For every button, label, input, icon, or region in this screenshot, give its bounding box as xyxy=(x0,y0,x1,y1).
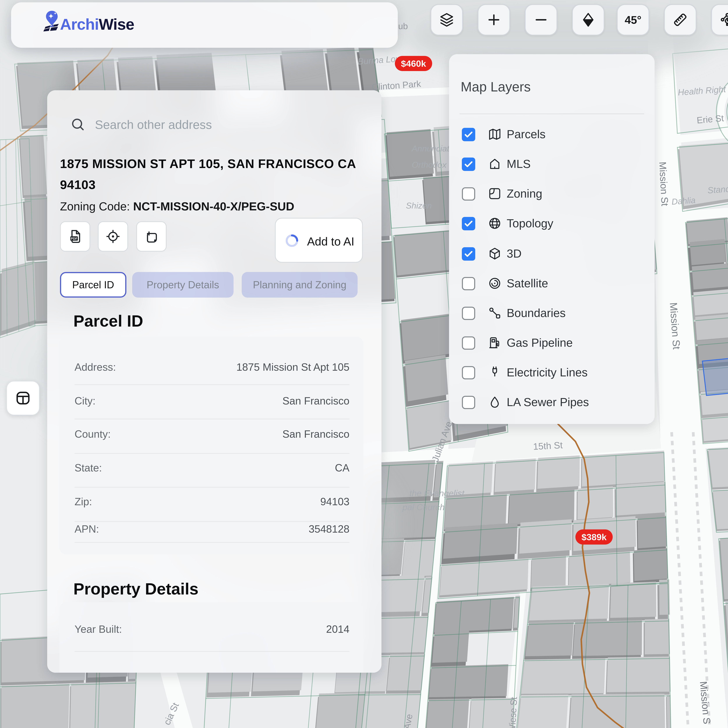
svg-text:$389k: $389k xyxy=(581,532,607,542)
svg-text:$460k: $460k xyxy=(401,58,426,69)
svg-text:the Evangelist: the Evangelist xyxy=(410,488,465,498)
svg-text:ub: ub xyxy=(398,21,408,31)
svg-text:Shizen: Shizen xyxy=(406,201,432,210)
svg-text:Mission St: Mission St xyxy=(657,162,670,206)
svg-text:Wiese St: Wiese St xyxy=(507,697,519,728)
svg-text:pal Church: pal Church xyxy=(402,502,445,512)
svg-text:15th St: 15th St xyxy=(533,440,563,452)
svg-text:Dahlia: Dahlia xyxy=(671,195,696,206)
svg-text:PDF: PDF xyxy=(71,237,77,240)
